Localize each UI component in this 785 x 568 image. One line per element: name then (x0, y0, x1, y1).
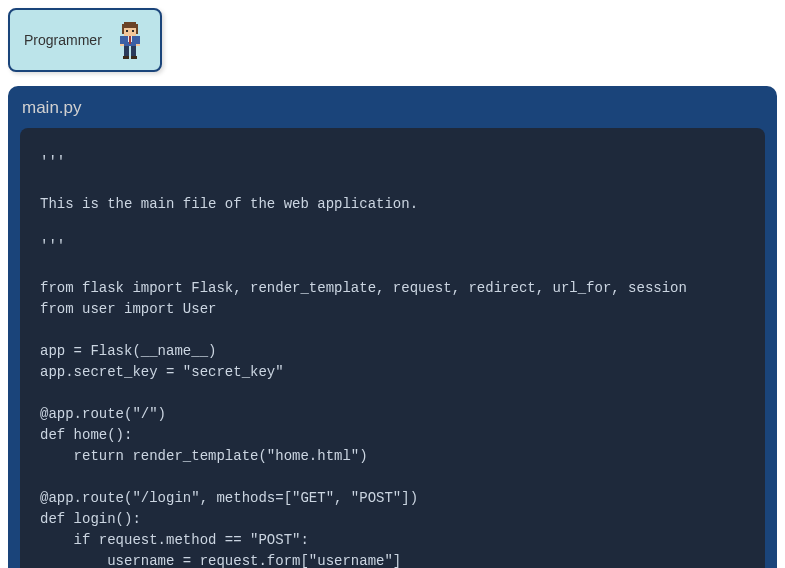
code-block: ''' This is the main file of the web app… (20, 128, 765, 568)
programmer-avatar-icon (114, 18, 146, 62)
svg-rect-5 (126, 30, 128, 32)
svg-rect-15 (131, 46, 136, 56)
svg-rect-4 (136, 28, 138, 34)
code-content: ''' This is the main file of the web app… (40, 152, 745, 568)
tab-label: Programmer (24, 32, 102, 48)
svg-rect-2 (124, 28, 136, 36)
svg-rect-9 (129, 36, 131, 44)
svg-rect-10 (120, 36, 124, 44)
svg-rect-13 (136, 44, 140, 46)
svg-rect-17 (131, 56, 137, 59)
svg-rect-16 (123, 56, 129, 59)
svg-rect-12 (120, 44, 124, 46)
programmer-tab[interactable]: Programmer (8, 8, 162, 72)
svg-rect-11 (136, 36, 140, 44)
file-name: main.py (20, 98, 765, 118)
code-panel: main.py ''' This is the main file of the… (8, 86, 777, 568)
svg-rect-3 (122, 28, 124, 34)
svg-rect-1 (122, 24, 138, 28)
svg-rect-6 (132, 30, 134, 32)
svg-rect-14 (124, 46, 129, 56)
